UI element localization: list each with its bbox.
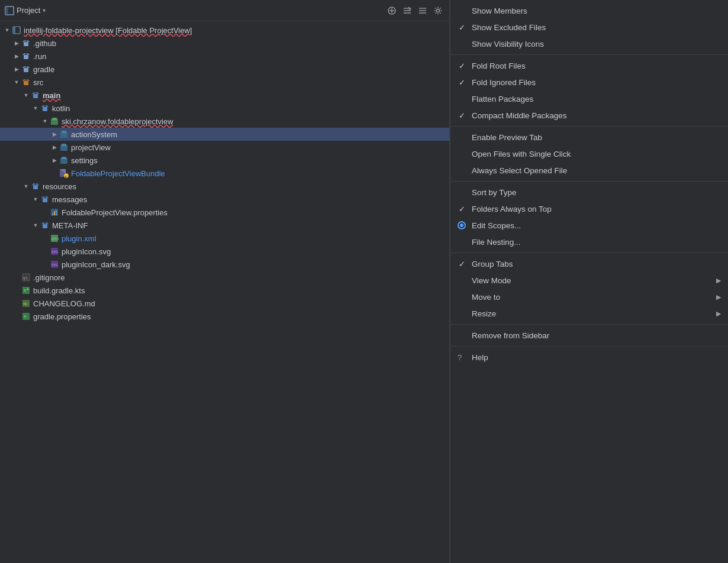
tree-item-github[interactable]: ▶ .github <box>0 37 449 50</box>
arrow-resize: ▶ <box>716 310 721 318</box>
tree-item-run[interactable]: ▶ .run <box>0 50 449 63</box>
label-resources: resources <box>43 182 76 191</box>
collapse-all-button[interactable] <box>401 4 414 17</box>
icon-pluginicon: SVG <box>50 247 59 256</box>
panel-title-area: Project ▾ <box>5 6 382 15</box>
label-src: src <box>33 78 43 87</box>
icon-src <box>21 77 31 87</box>
icon-pluginicon-dark: SVG <box>50 260 59 269</box>
menu-item-always-select[interactable]: Always Select Opened File <box>450 162 728 179</box>
label-metainf: META-INF <box>52 221 88 230</box>
menu-item-folders-top[interactable]: ✓ Folders Always on Top <box>450 200 728 217</box>
menu-label-move-to: Move to <box>472 293 500 302</box>
settings-button[interactable] <box>431 4 444 17</box>
menu-item-preview-tab[interactable]: Enable Preview Tab <box>450 129 728 145</box>
menu-item-flatten[interactable]: Flatten Packages <box>450 90 728 107</box>
checkmark-fold-ignored: ✓ <box>459 78 465 87</box>
menu-item-resize[interactable]: Resize ▶ <box>450 305 728 322</box>
separator-1 <box>450 54 728 55</box>
tree-item-changelog[interactable]: ▶ MD CHANGELOG.md <box>0 297 449 310</box>
menu-item-fold-root[interactable]: ✓ Fold Root Files <box>450 57 728 74</box>
icon-changelog: MD <box>21 299 31 308</box>
tree-item-pluginicon[interactable]: ▶ SVG pluginIcon.svg <box>0 245 449 258</box>
tree-item-metainf[interactable]: ▼ META-INF <box>0 219 449 232</box>
tree-item-pluginicon-dark[interactable]: ▶ SVG pluginIcon_dark.svg <box>0 258 449 271</box>
label-changelog: CHANGELOG.md <box>33 299 95 308</box>
checkmark-folders-top: ✓ <box>459 205 465 213</box>
checkmark-fold-root: ✓ <box>459 62 465 70</box>
icon-gradle <box>21 64 31 74</box>
menu-item-edit-scopes[interactable]: Edit Scopes... <box>450 217 728 234</box>
svg-text:K: K <box>65 175 68 179</box>
tree-item-gradleprops[interactable]: ▶ gradle.properties <box>0 310 449 323</box>
tree-item-gradle[interactable]: ▶ gradle <box>0 63 449 76</box>
arrow-resources: ▼ <box>21 182 31 191</box>
tree-item-src[interactable]: ▼ src <box>0 76 449 89</box>
menu-item-single-click[interactable]: Open Files with Single Click <box>450 145 728 162</box>
tree-item-pluginxml[interactable]: ▶ </> plugin.xml <box>0 232 449 245</box>
menu-label-file-nesting: File Nesting... <box>472 238 521 247</box>
tree-item-buildgradle[interactable]: ▶ build.gradle.kts <box>0 284 449 297</box>
menu-item-show-members[interactable]: Show Members <box>450 2 728 19</box>
svg-rect-18 <box>62 131 66 133</box>
menu-item-fold-ignored[interactable]: ✓ Fold Ignored Files <box>450 74 728 90</box>
menu-item-file-nesting[interactable]: File Nesting... <box>450 234 728 250</box>
tree-item-resources[interactable]: ▼ resources <box>0 180 449 193</box>
tree-item-projectview[interactable]: ▶ projectView <box>0 141 449 154</box>
tree-item-main[interactable]: ▼ main <box>0 89 449 102</box>
menu-item-show-excluded[interactable]: ✓ Show Excluded Files <box>450 19 728 35</box>
menu-label-folders-top: Folders Always on Top <box>472 205 552 213</box>
tree-item-messages[interactable]: ▼ messages <box>0 193 449 206</box>
icon-pluginxml: </> <box>50 234 59 243</box>
icon-kotlin <box>40 103 50 113</box>
menu-label-single-click: Open Files with Single Click <box>472 150 571 158</box>
icon-bundle: K <box>59 169 69 178</box>
icon-properties <box>50 208 59 217</box>
tree-item-package[interactable]: ▼ ski.chrzanow.foldableprojectview <box>0 115 449 128</box>
arrow-kotlin: ▼ <box>31 103 40 113</box>
arrow-metainf: ▼ <box>31 221 40 230</box>
icon-buildgradle <box>21 286 31 295</box>
tree-item-root[interactable]: ▼ intellij-foldable-projectview [Foldabl… <box>0 24 449 37</box>
menu-item-help[interactable]: ? Help <box>450 349 728 365</box>
menu-label-fold-root: Fold Root Files <box>472 62 526 70</box>
menu-item-group-tabs[interactable]: ✓ Group Tabs <box>450 255 728 272</box>
tree-item-actionsystem[interactable]: ▶ actionSystem <box>0 128 449 141</box>
menu-item-show-visibility[interactable]: Show Visibility Icons <box>450 35 728 52</box>
tree-item-bundle[interactable]: ▶ K FoldableProjectViewBundle <box>0 167 449 180</box>
menu-item-move-to[interactable]: Move to ▶ <box>450 289 728 305</box>
menu-item-remove-sidebar[interactable]: Remove from Sidebar <box>450 327 728 344</box>
label-package: ski.chrzanow.foldableprojectview <box>62 117 173 126</box>
svg-point-42 <box>27 289 29 290</box>
svg-rect-15 <box>52 118 57 120</box>
tree-item-kotlin[interactable]: ▼ kotlin <box>0 102 449 115</box>
arrow-actionsystem: ▶ <box>50 130 59 139</box>
arrow-messages: ▼ <box>31 195 40 204</box>
arrow-move-to: ▶ <box>716 293 721 301</box>
svg-point-46 <box>24 315 26 318</box>
icon-main <box>31 90 40 100</box>
project-panel: Project ▾ <box>0 0 450 563</box>
menu-label-group-tabs: Group Tabs <box>472 260 513 268</box>
menu-item-compact[interactable]: ✓ Compact Middle Packages <box>450 107 728 124</box>
tree-item-gitignore[interactable]: ▶ gi .gitignore <box>0 271 449 284</box>
svg-text:gi: gi <box>23 276 28 280</box>
tree-item-settings[interactable]: ▶ settings <box>0 154 449 167</box>
label-main: main <box>43 91 60 100</box>
add-content-root-button[interactable] <box>385 4 398 17</box>
menu-item-sort-type[interactable]: Sort by Type <box>450 184 728 200</box>
menu-item-view-mode[interactable]: View Mode ▶ <box>450 272 728 289</box>
panel-dropdown-arrow[interactable]: ▾ <box>43 7 46 14</box>
separator-6 <box>450 346 728 347</box>
label-properties: FoldableProjectView.properties <box>62 208 167 217</box>
label-pluginicon: pluginIcon.svg <box>62 247 111 256</box>
menu-label-edit-scopes: Edit Scopes... <box>472 221 521 230</box>
arrow-run: ▶ <box>12 51 21 61</box>
icon-resources <box>31 182 40 191</box>
question-mark-help: ? <box>458 353 462 362</box>
checkmark-group-tabs: ✓ <box>459 260 465 268</box>
icon-settings <box>59 156 69 165</box>
expand-all-button[interactable] <box>416 4 429 17</box>
icon-package <box>50 117 59 126</box>
tree-item-properties[interactable]: ▶ FoldableProjectView.properties <box>0 206 449 219</box>
